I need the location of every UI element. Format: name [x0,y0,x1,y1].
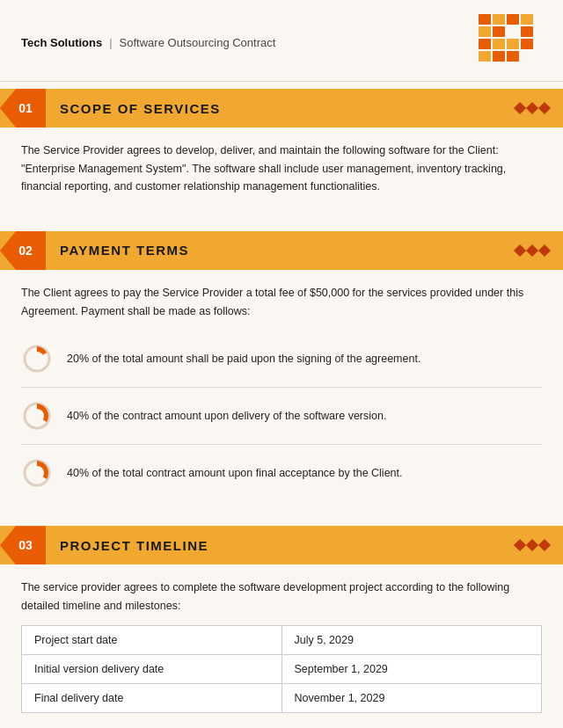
svg-rect-2 [507,14,519,25]
page: Tech Solutions | Software Outsourcing Co… [0,0,563,728]
payment-item-3-text: 40% of the total contract amount upon fi… [67,465,403,482]
section-01-number: 01 [0,89,46,127]
header-divider: | [109,36,112,49]
svg-rect-4 [479,26,491,37]
table-cell-value: November 1, 2029 [282,684,542,713]
section-01: 01 Scope of Services The Service Provide… [0,89,563,224]
diamond-icon [514,539,526,551]
table-cell-value: July 5, 2029 [282,626,542,655]
diamond-icon [526,102,538,114]
table-cell-label: Final delivery date [22,684,282,713]
svg-rect-13 [507,51,519,62]
diamond-icon [526,539,538,551]
diamond-icon [538,539,551,551]
header: Tech Solutions | Software Outsourcing Co… [0,0,563,82]
section-01-decorations [515,104,563,113]
svg-point-17 [30,409,44,423]
timeline-table: Project start date July 5, 2029 Initial … [21,625,542,713]
section-02-intro: The Client agrees to pay the Service Pro… [21,284,542,320]
payment-item-2: 40% of the contract amount upon delivery… [21,388,542,445]
logo [479,14,542,70]
svg-rect-0 [479,14,491,25]
svg-point-19 [30,466,44,480]
section-02-title: Payment Terms [46,243,515,258]
diamond-icon [538,244,551,257]
section-03: 03 Project Timeline The service provider… [0,526,563,728]
pie-chart-40b [21,457,53,489]
svg-rect-11 [479,51,491,62]
header-left: Tech Solutions | Software Outsourcing Co… [21,36,275,49]
section-03-title: Project Timeline [46,538,515,553]
svg-rect-3 [521,14,533,25]
section-02: 02 Payment Terms The Client agrees to pa… [0,231,563,519]
section-01-body: The Service Provider agrees to develop, … [0,127,563,224]
document-title: Software Outsourcing Contract [120,36,276,49]
svg-point-15 [30,352,44,366]
svg-rect-10 [521,39,533,49]
diamond-icon [538,102,551,114]
payment-item-1: 20% of the total amount shall be paid up… [21,331,542,388]
svg-rect-9 [507,39,519,49]
svg-rect-8 [493,39,505,49]
table-cell-value: September 1, 2029 [282,655,542,684]
logo-svg [479,14,542,70]
section-01-text: The Service Provider agrees to develop, … [21,142,542,196]
payment-item-2-text: 40% of the contract amount upon delivery… [67,408,386,425]
brand-name: Tech Solutions [21,36,102,49]
section-01-header: 01 Scope of Services [0,89,563,127]
table-row: Project start date July 5, 2029 [22,626,542,655]
payment-item-3: 40% of the total contract amount upon fi… [21,445,542,501]
table-cell-label: Project start date [22,626,282,655]
table-row: Initial version delivery date September … [22,655,542,684]
section-03-header: 03 Project Timeline [0,526,563,564]
diamond-icon [514,244,526,257]
svg-rect-6 [521,26,533,37]
diamond-icon [526,244,538,257]
section-03-intro: The service provider agrees to complete … [21,579,542,615]
pie-chart-20 [21,343,53,375]
section-03-number: 03 [0,526,46,564]
section-02-number: 02 [0,231,46,270]
section-01-title: Scope of Services [46,101,515,116]
svg-rect-12 [493,51,505,62]
svg-rect-1 [493,14,505,25]
payment-item-1-text: 20% of the total amount shall be paid up… [67,351,420,368]
section-02-header: 02 Payment Terms [0,231,563,270]
section-03-body: The service provider agrees to complete … [0,564,563,728]
table-cell-label: Initial version delivery date [22,655,282,684]
pie-chart-40a [21,400,53,432]
section-02-decorations [515,246,563,255]
section-03-decorations [515,541,563,550]
svg-rect-7 [479,39,491,49]
table-row: Final delivery date November 1, 2029 [22,684,542,713]
svg-rect-5 [493,26,505,37]
section-02-body: The Client agrees to pay the Service Pro… [0,270,563,519]
diamond-icon [514,102,526,114]
